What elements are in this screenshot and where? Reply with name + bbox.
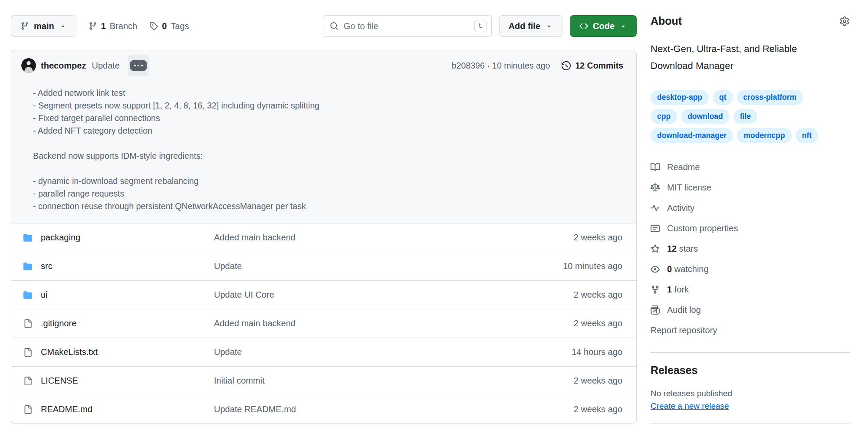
file-name-link[interactable]: .gitignore: [41, 318, 76, 328]
search-input[interactable]: [344, 21, 469, 31]
repo-sidebar: About Next-Gen, Ultra-Fast, and Reliable…: [651, 0, 858, 424]
topic-pill[interactable]: cross-platform: [737, 90, 803, 105]
file-icon: [23, 377, 32, 385]
note-icon: [651, 224, 660, 233]
meta-item-label: Audit log: [667, 305, 701, 315]
meta-item-stars[interactable]: 12 stars: [651, 239, 858, 259]
commit-description-toggle[interactable]: [128, 55, 149, 76]
topic-pill[interactable]: qt: [713, 90, 733, 105]
law-icon: [651, 183, 660, 192]
repo-description: Next-Gen, Ultra-Fast, and Reliable Downl…: [651, 40, 842, 74]
repo-meta-list: ReadmeMIT licenseActivityCustom properti…: [651, 157, 858, 320]
file-commit-message-link[interactable]: Update: [214, 347, 523, 357]
file-name-cell: .gitignore: [23, 318, 214, 328]
search-shortcut-badge: t: [474, 20, 487, 32]
code-icon: [579, 22, 588, 30]
dir-icon: [23, 233, 32, 242]
topic-pill[interactable]: cpp: [651, 109, 677, 124]
topic-pill[interactable]: desktop-app: [651, 90, 709, 105]
code-button-label: Code: [593, 21, 615, 31]
meta-item-custom-properties[interactable]: Custom properties: [651, 218, 858, 239]
file-name-cell: LICENSE: [23, 376, 214, 386]
file-row: packagingAdded main backend2 weeks ago: [11, 223, 636, 252]
commit-message-link[interactable]: Update: [92, 61, 120, 71]
file-name-link[interactable]: packaging: [41, 233, 80, 243]
commit-sha-link[interactable]: b208396 · 10 minutes ago: [452, 61, 550, 71]
branches-link[interactable]: 1 Branch: [89, 21, 138, 31]
releases-heading: Releases: [651, 364, 858, 377]
gear-icon[interactable]: [840, 16, 849, 26]
latest-commit-bar: thecompez Update b208396 · 10 minutes ag…: [11, 50, 636, 81]
about-heading: About: [651, 15, 682, 27]
topic-pill[interactable]: nft: [796, 128, 818, 143]
file-row: CMakeLists.txtUpdate14 hours ago: [11, 338, 636, 366]
topic-pill[interactable]: download-manager: [651, 128, 733, 143]
topic-pill[interactable]: file: [733, 109, 757, 124]
meta-item-fork[interactable]: 1 fork: [651, 279, 858, 300]
toolbar-right: t Add file Code: [323, 15, 637, 37]
tag-count: 0: [162, 21, 167, 31]
file-name-cell: ui: [23, 290, 214, 300]
meta-item-activity[interactable]: Activity: [651, 198, 858, 218]
topic-pill[interactable]: moderncpp: [737, 128, 791, 143]
meta-item-watching[interactable]: 0 watching: [651, 259, 858, 279]
file-row: uiUpdate UI Core2 weeks ago: [11, 280, 636, 309]
add-file-label: Add file: [509, 21, 540, 31]
chevron-down-icon: [545, 22, 553, 30]
file-commit-date: 14 hours ago: [523, 347, 622, 357]
file-commit-message-link[interactable]: Initial commit: [214, 376, 523, 386]
file-row: srcUpdate10 minutes ago: [11, 252, 636, 280]
branch-count-label: Branch: [110, 21, 137, 31]
go-to-file-search[interactable]: t: [323, 15, 492, 37]
file-commit-message-link[interactable]: Added main backend: [214, 318, 523, 328]
meta-item-label: 0 watching: [667, 264, 709, 274]
file-name-link[interactable]: LICENSE: [41, 376, 78, 386]
meta-item-label: 1 fork: [667, 285, 689, 295]
file-row: .gitignoreAdded main backend2 weeks ago: [11, 309, 636, 338]
topic-pill[interactable]: download: [681, 109, 730, 124]
file-name-cell: CMakeLists.txt: [23, 347, 214, 357]
file-commit-message-link[interactable]: Update UI Core: [214, 290, 523, 300]
file-name-link[interactable]: README.md: [41, 404, 92, 414]
sidebar-divider: [651, 423, 850, 423]
meta-item-readme[interactable]: Readme: [651, 157, 858, 177]
add-file-button[interactable]: Add file: [499, 15, 562, 37]
file-browser-panel: thecompez Update b208396 · 10 minutes ag…: [11, 50, 637, 424]
avatar[interactable]: [21, 58, 36, 73]
topics-row: download-managermoderncppnft: [651, 128, 858, 143]
git-branch-icon: [20, 22, 29, 30]
file-commit-message-link[interactable]: Update README.md: [214, 404, 523, 414]
commit-author-link[interactable]: thecompez: [41, 61, 86, 71]
topics-row: desktop-appqtcross-platform: [651, 90, 858, 105]
branch-selector-button[interactable]: main: [11, 15, 76, 37]
file-name-link[interactable]: src: [41, 261, 53, 271]
file-table: packagingAdded main backend2 weeks agosr…: [11, 223, 636, 423]
branch-count: 1: [101, 21, 106, 31]
commit-history-link[interactable]: 12 Commits: [562, 61, 623, 71]
star-icon: [651, 244, 660, 253]
git-branch-icon: [89, 22, 97, 30]
log-icon: [651, 305, 660, 315]
file-name-cell: README.md: [23, 404, 214, 414]
commits-count-label: 12 Commits: [575, 61, 623, 71]
pulse-icon: [651, 204, 660, 213]
file-row: README.mdUpdate README.md2 weeks ago: [11, 395, 636, 423]
meta-item-mit-license[interactable]: MIT license: [651, 177, 858, 198]
report-repository-link[interactable]: Report repository: [651, 322, 717, 338]
file-name-link[interactable]: CMakeLists.txt: [41, 347, 98, 357]
meta-item-label: 12 stars: [667, 244, 698, 254]
current-branch-label: main: [34, 21, 54, 31]
dir-icon: [23, 291, 32, 299]
code-button[interactable]: Code: [570, 15, 637, 37]
create-release-link[interactable]: Create a new release: [651, 401, 729, 411]
ellipsis-icon: [130, 60, 147, 71]
file-name-link[interactable]: ui: [41, 290, 48, 300]
tags-link[interactable]: 0 Tags: [149, 21, 189, 31]
file-commit-date: 2 weeks ago: [523, 233, 622, 243]
file-commit-message-link[interactable]: Added main backend: [214, 233, 523, 243]
tag-count-label: Tags: [171, 21, 189, 31]
meta-item-audit-log[interactable]: Audit log: [651, 300, 858, 320]
repo-page: main 1 Branch 0 Tags t: [0, 0, 868, 424]
file-commit-message-link[interactable]: Update: [214, 261, 523, 271]
repo-toolbar: main 1 Branch 0 Tags t: [11, 15, 637, 37]
